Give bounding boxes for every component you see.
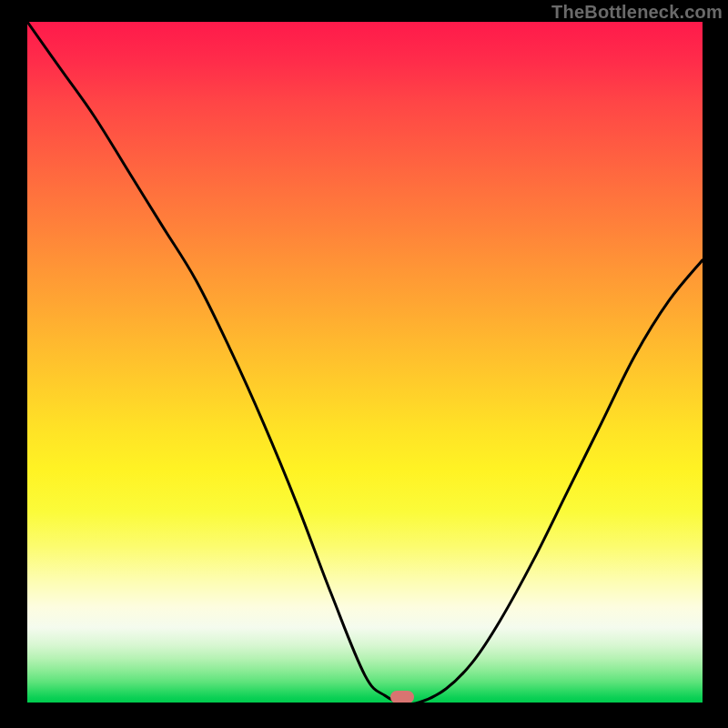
bottleneck-curve — [27, 22, 703, 703]
watermark-text: TheBottleneck.com — [551, 2, 723, 23]
chart-frame: TheBottleneck.com — [0, 0, 728, 728]
optimal-marker — [390, 691, 414, 703]
curve-svg — [27, 22, 703, 703]
plot-area — [27, 22, 703, 703]
